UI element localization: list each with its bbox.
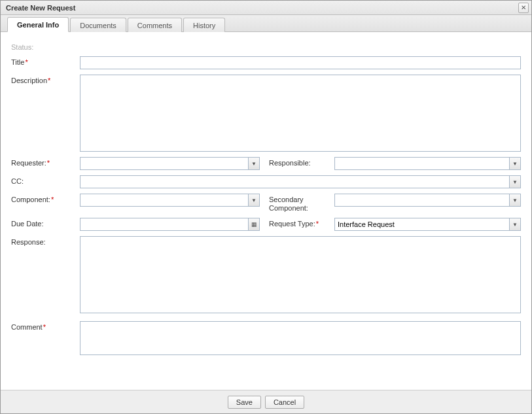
chevron-down-icon: ▼	[251, 161, 257, 167]
tab-general-info[interactable]: General Info	[7, 17, 69, 32]
responsible-input[interactable]	[334, 157, 509, 170]
cancel-button[interactable]: Cancel	[265, 396, 304, 409]
chevron-down-icon: ▼	[251, 198, 257, 203]
chevron-down-icon: ▼	[512, 198, 518, 203]
chevron-down-icon: ▼	[512, 161, 518, 167]
label-request-type: Request Type:*	[269, 218, 334, 228]
secondary-component-dropdown-button[interactable]: ▼	[509, 194, 521, 207]
label-description: Description*	[11, 75, 80, 84]
requester-input[interactable]	[80, 157, 248, 170]
due-date-field[interactable]: ▦	[80, 218, 260, 231]
secondary-component-input[interactable]	[334, 194, 509, 207]
response-textarea[interactable]	[80, 236, 521, 313]
dialog-footer: Save Cancel	[1, 390, 531, 413]
save-button[interactable]: Save	[228, 396, 261, 409]
label-due-date: Due Date:	[11, 218, 80, 228]
request-type-combo[interactable]: ▼	[334, 218, 521, 231]
title-input[interactable]	[80, 56, 521, 69]
component-combo[interactable]: ▼	[80, 194, 260, 207]
chevron-down-icon: ▼	[512, 222, 518, 228]
secondary-component-combo[interactable]: ▼	[334, 194, 521, 207]
close-button[interactable]: ✕	[518, 3, 529, 13]
tab-history[interactable]: History	[183, 18, 225, 32]
dialog-window: Create New Request ✕ General Info Docume…	[0, 0, 532, 414]
calendar-icon: ▦	[251, 221, 257, 228]
label-response: Response:	[11, 236, 80, 246]
requester-dropdown-button[interactable]: ▼	[248, 157, 260, 170]
tab-bar: General Info Documents Comments History	[1, 15, 531, 32]
responsible-dropdown-button[interactable]: ▼	[509, 157, 521, 170]
chevron-down-icon: ▼	[512, 179, 518, 185]
close-icon: ✕	[521, 5, 526, 11]
cc-combo[interactable]: ▼	[80, 175, 521, 188]
description-textarea[interactable]	[80, 75, 521, 152]
tab-documents[interactable]: Documents	[70, 18, 126, 32]
cc-input[interactable]	[80, 175, 509, 188]
component-dropdown-button[interactable]: ▼	[248, 194, 260, 207]
label-status: Status:	[11, 41, 80, 51]
due-date-picker-button[interactable]: ▦	[248, 218, 260, 231]
form-content: Status: Title* Description* Requester:*	[1, 32, 531, 390]
component-input[interactable]	[80, 194, 248, 207]
due-date-input[interactable]	[80, 218, 248, 231]
label-responsible: Responsible:	[269, 157, 334, 167]
cc-dropdown-button[interactable]: ▼	[509, 175, 521, 188]
request-type-input[interactable]	[334, 218, 509, 231]
label-comment: Comment*	[11, 321, 80, 331]
label-title: Title*	[11, 56, 80, 66]
status-value	[80, 41, 521, 43]
label-cc: CC:	[11, 175, 80, 185]
comment-textarea[interactable]	[80, 321, 521, 355]
responsible-combo[interactable]: ▼	[334, 157, 521, 170]
window-title: Create New Request	[6, 4, 75, 12]
label-component: Component:*	[11, 194, 80, 203]
tab-comments[interactable]: Comments	[128, 18, 182, 32]
label-secondary-component: Secondary Component:	[269, 194, 334, 213]
request-type-dropdown-button[interactable]: ▼	[509, 218, 521, 231]
label-requester: Requester:*	[11, 157, 80, 167]
titlebar: Create New Request ✕	[1, 1, 531, 15]
requester-combo[interactable]: ▼	[80, 157, 260, 170]
